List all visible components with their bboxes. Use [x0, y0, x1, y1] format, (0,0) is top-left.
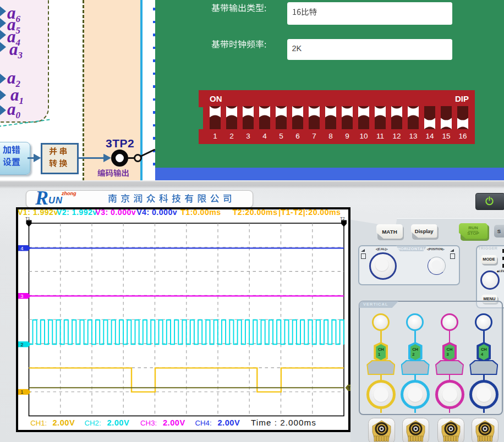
svg-text:2: 2 [20, 341, 23, 347]
svg-text:ON: ON [210, 94, 222, 103]
svg-text:3: 3 [20, 293, 23, 299]
svg-text:6: 6 [295, 132, 300, 140]
svg-text:14: 14 [425, 132, 434, 140]
svg-text:1: 1 [20, 389, 23, 395]
svg-text:1: 1 [213, 132, 217, 140]
svg-text:5: 5 [279, 132, 283, 140]
svg-text:11: 11 [376, 132, 384, 140]
svg-text:DIP: DIP [455, 94, 469, 103]
svg-text:15: 15 [442, 132, 450, 140]
svg-text:2: 2 [229, 132, 234, 140]
svg-text:7: 7 [312, 132, 316, 140]
svg-text:10: 10 [359, 132, 368, 140]
svg-text:CH1:2.00VCH2:2.00VCH3:2.00VCH4: CH1:2.00VCH2:2.00VCH3:2.00VCH4:2.00VTime… [30, 418, 316, 427]
svg-text:12: 12 [392, 132, 401, 140]
svg-text:3: 3 [246, 132, 250, 140]
svg-text:4: 4 [262, 132, 267, 140]
svg-text:T: T [348, 385, 350, 391]
svg-text:9: 9 [345, 132, 349, 140]
svg-text:13: 13 [409, 132, 417, 140]
svg-text:4: 4 [20, 245, 23, 251]
svg-text:T2: T2 [340, 216, 345, 221]
svg-text:T1: T1 [25, 216, 30, 221]
svg-text:16: 16 [458, 132, 467, 140]
svg-text:8: 8 [328, 132, 333, 140]
